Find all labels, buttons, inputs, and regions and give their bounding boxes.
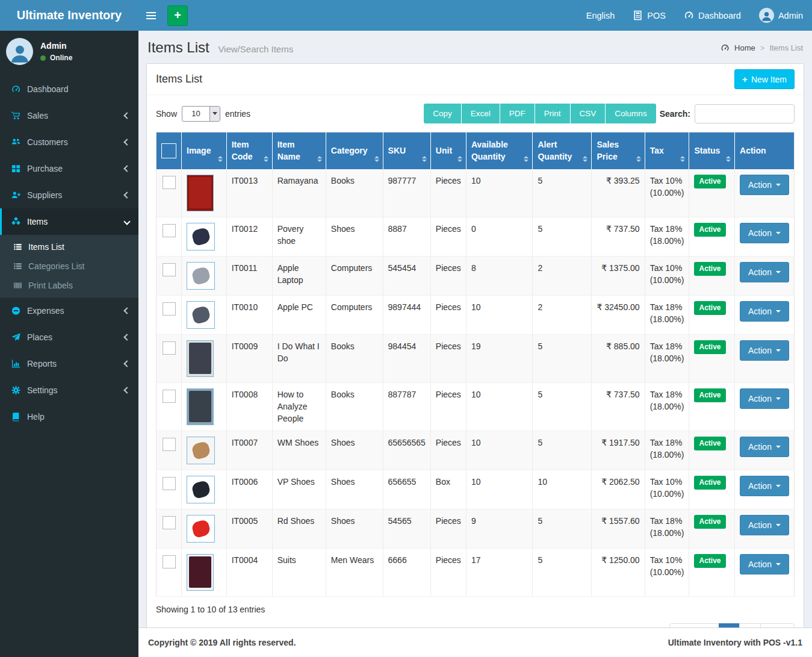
- sidebar-item-help[interactable]: Help: [0, 403, 138, 430]
- how-to-analyze-people-book-cover[interactable]: [187, 388, 214, 425]
- action-dropdown-button[interactable]: Action: [740, 262, 789, 282]
- sort-icon[interactable]: [726, 156, 731, 162]
- column-header-item-code[interactable]: Item Code: [226, 132, 272, 169]
- chevron-down-icon: [209, 107, 220, 121]
- nav-user-menu[interactable]: Admin: [750, 0, 812, 31]
- row-checkbox[interactable]: [163, 555, 176, 568]
- sort-icon[interactable]: [636, 156, 641, 162]
- row-checkbox[interactable]: [163, 341, 176, 355]
- column-header-alert-quantity[interactable]: Alert Quantity: [533, 132, 592, 169]
- row-checkbox[interactable]: [163, 477, 176, 490]
- category-cell: Shoes: [326, 217, 383, 256]
- column-header-tax[interactable]: Tax: [645, 132, 689, 169]
- sidebar-toggle-button[interactable]: [138, 0, 164, 31]
- sku-cell: 65656565: [383, 431, 430, 470]
- brand-logo[interactable]: Ultimate Inventory: [0, 0, 138, 31]
- maroon-suit[interactable]: [187, 554, 214, 591]
- export-print-button[interactable]: Print: [535, 104, 571, 123]
- action-dropdown-button[interactable]: Action: [740, 223, 789, 243]
- sidebar-item-settings[interactable]: Settings: [0, 377, 138, 403]
- sort-icon[interactable]: [374, 156, 379, 162]
- pagination-next[interactable]: Next: [760, 623, 795, 627]
- page-length-select[interactable]: 10: [182, 106, 220, 122]
- sidebar-item-expenses[interactable]: Expenses: [0, 297, 138, 324]
- sort-icon[interactable]: [680, 156, 685, 162]
- search-input[interactable]: [695, 104, 795, 123]
- action-dropdown-button[interactable]: Action: [740, 515, 789, 535]
- sidebar-item-dashboard[interactable]: Dashboard: [0, 76, 138, 102]
- sidebar-subitem-items-list[interactable]: Items List: [0, 237, 138, 257]
- ramayana-book-cover[interactable]: [187, 175, 214, 211]
- action-dropdown-button[interactable]: Action: [740, 554, 789, 574]
- sidebar-item-items[interactable]: Items: [0, 208, 138, 235]
- black-sneaker[interactable]: [187, 476, 215, 503]
- womens-heels[interactable]: [187, 437, 215, 464]
- sidebar-item-reports[interactable]: Reports: [0, 350, 138, 377]
- sidebar-item-sales[interactable]: Sales: [0, 102, 138, 129]
- sort-icon[interactable]: [457, 156, 462, 162]
- action-dropdown-button[interactable]: Action: [740, 301, 789, 322]
- column-header-category[interactable]: Category: [326, 132, 383, 169]
- select-all-checkbox[interactable]: [161, 143, 176, 158]
- row-checkbox[interactable]: [163, 438, 176, 451]
- red-sneaker[interactable]: [187, 515, 215, 543]
- sidebar-item-suppliers[interactable]: Suppliers: [0, 182, 138, 208]
- column-header-label: Tax: [650, 146, 664, 155]
- action-dropdown-button[interactable]: Action: [740, 175, 789, 195]
- column-header-image[interactable]: Image: [182, 132, 227, 169]
- sort-icon[interactable]: [583, 156, 587, 162]
- quick-add-button[interactable]: +: [167, 5, 188, 26]
- sort-icon[interactable]: [264, 156, 268, 162]
- export-csv-button[interactable]: CSV: [571, 104, 606, 123]
- sidebar-item-places[interactable]: Places: [0, 324, 138, 350]
- sort-icon[interactable]: [524, 156, 528, 162]
- action-dropdown-button[interactable]: Action: [740, 340, 789, 361]
- sidebar-item-customers[interactable]: Customers: [0, 129, 138, 155]
- action-cell: Action: [735, 217, 795, 256]
- i-do-what-i-do-book-cover[interactable]: [187, 340, 214, 377]
- row-checkbox[interactable]: [163, 390, 176, 403]
- action-dropdown-button[interactable]: Action: [740, 388, 789, 409]
- pagination-page-2[interactable]: 2: [739, 623, 761, 627]
- nav-dashboard[interactable]: Dashboard: [675, 0, 750, 31]
- export-copy-button[interactable]: Copy: [424, 104, 462, 123]
- sidebar-subitem-print-labels[interactable]: Print Labels: [0, 276, 138, 295]
- new-item-button[interactable]: + New Item: [734, 69, 795, 89]
- sidebar-item-label: Reports: [27, 359, 57, 369]
- apple-laptop[interactable]: [187, 262, 215, 290]
- black-formal-shoes[interactable]: [187, 223, 215, 251]
- column-header-item-name[interactable]: Item Name: [272, 132, 326, 169]
- column-header-sales-price[interactable]: Sales Price: [592, 132, 645, 169]
- action-dropdown-button[interactable]: Action: [740, 476, 789, 496]
- export-pdf-button[interactable]: PDF: [500, 104, 535, 123]
- column-header-sku[interactable]: SKU: [383, 132, 430, 169]
- sidebar-subitem-categories-list[interactable]: Categories List: [0, 257, 138, 276]
- pagination-page-1[interactable]: 1: [719, 623, 740, 627]
- apple-imac[interactable]: [187, 301, 215, 329]
- sort-icon[interactable]: [218, 156, 223, 162]
- pagination-previous[interactable]: Previous: [669, 623, 719, 627]
- row-checkbox[interactable]: [163, 516, 176, 529]
- item-code-cell: IT0011: [226, 256, 272, 295]
- tax-name: Tax 18%: [650, 437, 684, 449]
- column-header-available-quantity[interactable]: Available Quantity: [466, 132, 533, 169]
- row-checkbox[interactable]: [163, 263, 176, 276]
- nav-language[interactable]: English: [577, 0, 624, 31]
- export-excel-button[interactable]: Excel: [462, 104, 500, 123]
- sidebar: Admin Online DashboardSalesCustomersPurc…: [0, 31, 138, 657]
- column-header-unit[interactable]: Unit: [430, 132, 466, 169]
- sidebar-user-status[interactable]: Online: [40, 54, 72, 62]
- sort-icon[interactable]: [422, 156, 427, 162]
- sort-icon[interactable]: [317, 156, 322, 162]
- nav-pos[interactable]: POS: [624, 0, 675, 31]
- caret-down-icon: [776, 184, 781, 186]
- breadcrumb-home[interactable]: Home: [734, 43, 755, 52]
- row-checkbox[interactable]: [163, 176, 176, 189]
- export-columns-button[interactable]: Columns: [606, 104, 655, 123]
- row-checkbox[interactable]: [163, 302, 176, 316]
- sidebar-item-purchase[interactable]: Purchase: [0, 155, 138, 182]
- action-dropdown-button[interactable]: Action: [740, 437, 789, 457]
- column-header-status[interactable]: Status: [689, 132, 735, 169]
- brand-title: Ultimate Inventory: [17, 8, 122, 22]
- row-checkbox[interactable]: [163, 224, 176, 237]
